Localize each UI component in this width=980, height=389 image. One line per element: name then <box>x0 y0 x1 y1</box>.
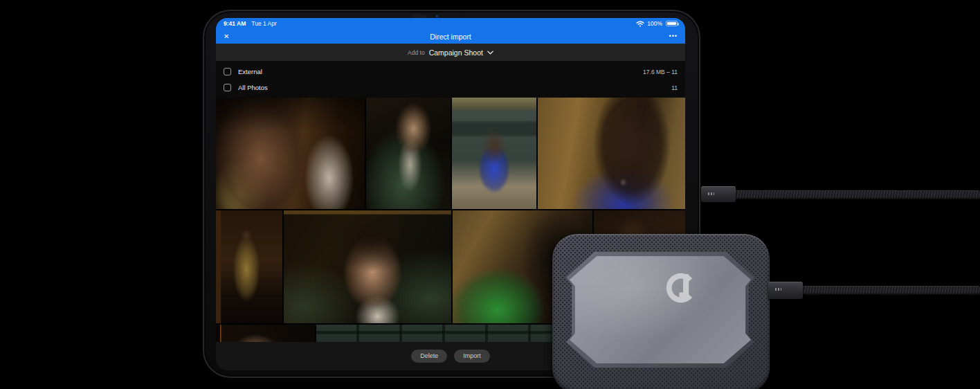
source-meta: 11 <box>671 84 678 91</box>
photo-thumbnail[interactable] <box>216 210 282 323</box>
external-ssd-drive <box>552 234 770 389</box>
chevron-down-icon <box>487 51 493 55</box>
source-meta: 17.6 MB – 11 <box>643 69 678 75</box>
source-list: External 17.6 MB – 11 All Photos 11 <box>216 61 685 96</box>
battery-icon <box>666 21 678 26</box>
add-to-bar[interactable]: Add to Campaign Shoot <box>216 44 685 61</box>
usb-connector-tablet <box>701 186 736 202</box>
wifi-icon <box>636 21 644 27</box>
photo-thumbnail[interactable] <box>284 210 451 323</box>
photo-thumbnail[interactable] <box>366 98 451 209</box>
checkbox-external[interactable] <box>224 68 231 75</box>
drive-faceplate <box>570 256 751 363</box>
status-time: 9:41 AM <box>224 20 246 27</box>
app-header: ✕ Direct import ••• <box>216 29 685 44</box>
source-label: All Photos <box>238 84 268 91</box>
usb-cable-to-drive <box>799 286 980 295</box>
add-to-label: Add to <box>408 49 425 56</box>
photo-thumbnail[interactable] <box>538 98 685 209</box>
source-row-external[interactable]: External 17.6 MB – 11 <box>216 64 685 80</box>
photo-thumbnail[interactable] <box>452 98 536 209</box>
photo-thumbnail[interactable] <box>216 98 365 209</box>
status-bar: 9:41 AM Tue 1 Apr 100% <box>216 18 685 29</box>
checkbox-all-photos[interactable] <box>224 84 231 91</box>
battery-percent: 100% <box>647 20 662 27</box>
connector-brand-mark <box>708 192 714 195</box>
connector-brand-mark <box>775 288 781 291</box>
source-row-all-photos[interactable]: All Photos 11 <box>216 80 685 96</box>
scene: 9:41 AM Tue 1 Apr 100% ✕ <box>0 0 980 389</box>
import-button[interactable]: Import <box>454 350 490 363</box>
delete-button[interactable]: Delete <box>411 350 447 363</box>
usb-connector-drive <box>768 282 803 299</box>
source-label: External <box>238 68 262 75</box>
status-date: Tue 1 Apr <box>251 20 277 27</box>
selected-album[interactable]: Campaign Shoot <box>429 48 483 57</box>
usb-cable-to-tablet <box>732 190 980 199</box>
g-drive-logo <box>663 270 699 306</box>
page-title: Direct import <box>216 33 685 41</box>
